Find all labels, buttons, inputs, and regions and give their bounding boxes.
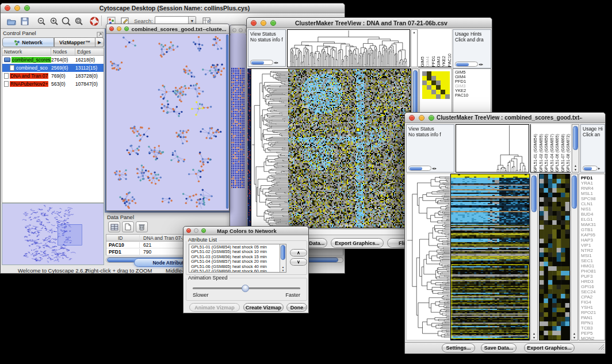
zoom-fit-button[interactable] (60, 15, 72, 27)
minimize-button[interactable] (239, 28, 243, 32)
maximize-button[interactable] (201, 228, 206, 233)
column-label[interactable]: GIM4 (425, 56, 430, 67)
header-nodes[interactable]: Nodes (51, 48, 75, 55)
export-graphics-button[interactable]: Export Graphics... (524, 343, 575, 352)
view-status-scrollbar[interactable]: ◂▸ (408, 166, 437, 171)
close-button[interactable] (109, 26, 114, 31)
minimize-button[interactable] (419, 115, 424, 121)
scroll-arrows[interactable]: ▴▾ (531, 332, 537, 340)
column-label[interactable]: PAC10 (447, 53, 452, 67)
scrollbar-thumb[interactable] (573, 126, 578, 150)
birdseye-view[interactable] (2, 203, 104, 265)
gene-label[interactable]: SEC1 (581, 258, 605, 263)
column-label[interactable]: PFD1 (431, 56, 435, 67)
gene-label[interactable]: NIS1 (581, 206, 605, 212)
minimize-button[interactable] (14, 5, 20, 11)
attribute-item[interactable]: GPL51-07 (GSM868) heat shock 60 min (191, 269, 286, 273)
gene-label[interactable]: FIG4 (581, 300, 605, 305)
column-dendrogram-panel[interactable] (287, 29, 410, 67)
speed-slider-thumb[interactable] (242, 285, 249, 292)
maximize-button[interactable] (24, 5, 30, 11)
gene-label[interactable]: RPO21 (581, 310, 605, 315)
column-dendrogram-panel[interactable] (456, 124, 529, 173)
save-session-button[interactable] (18, 15, 30, 27)
resize-grip[interactable] (303, 302, 308, 312)
gene-label[interactable]: MSI1 (581, 253, 605, 258)
column-label[interactable]: GPL51-07 (GSM868) (560, 134, 565, 172)
row-dendrogram-canvas[interactable] (251, 69, 288, 228)
close-button[interactable] (251, 20, 257, 26)
close-button[interactable] (186, 228, 191, 233)
gene-label[interactable]: HMG1 (581, 263, 605, 269)
scroll-arrows[interactable]: ▴▾ (571, 332, 577, 340)
gene-label[interactable]: PFD1 (581, 175, 605, 181)
scroll-left-icon[interactable]: ◂ (479, 62, 481, 67)
resize-grip[interactable] (598, 342, 605, 352)
gene-label[interactable]: MAK31 (581, 222, 605, 227)
open-session-button[interactable] (5, 15, 17, 27)
listbox-scrollbar[interactable]: ▴▾ (280, 244, 286, 272)
column-label[interactable]: GPL51-03 (GSM856) (544, 134, 549, 172)
network-row[interactable]: combined_scores 2764(0) 16218(0) (2, 56, 104, 64)
scrollbar-thumb[interactable] (531, 175, 537, 212)
heatmap-area[interactable] (251, 68, 411, 228)
cytoscape-titlebar[interactable]: Cytoscape Desktop (Session Name: collins… (1, 3, 345, 13)
maximize-button[interactable] (270, 20, 276, 26)
heatmap-vscrollbar[interactable]: ▴▾ (530, 174, 538, 340)
column-label[interactable]: GPL51-06 (GSM865) (554, 134, 560, 172)
scroll-left-icon[interactable]: ◂ (432, 166, 434, 171)
minimize-button[interactable] (117, 26, 121, 31)
row-label[interactable]: PAC10 (455, 93, 491, 98)
scroll-arrow-strip[interactable]: ▴ (411, 29, 418, 67)
gene-label[interactable]: CLN1 (581, 201, 605, 206)
column-labels-scrollbar[interactable]: ▴▾ (572, 124, 579, 173)
export-graphics-button[interactable]: Export Graphics... (331, 238, 384, 248)
column-label[interactable]: GIM3 (436, 56, 441, 67)
network-row[interactable]: RNAPuberNov2+ 563(0) 107847(0) (2, 80, 104, 88)
usage-hints-scrollbar[interactable]: ◂▸ (455, 62, 483, 67)
gene-list-scrollbar[interactable]: ▴▾ (571, 174, 578, 340)
gene-label[interactable]: GPI16 (581, 284, 605, 289)
minimize-button[interactable] (194, 228, 198, 233)
gene-label[interactable]: SEC24 (581, 289, 605, 294)
column-label[interactable]: GPL51-08 (GSM872) (565, 134, 571, 172)
minimize-button[interactable] (261, 20, 266, 26)
gene-label[interactable]: BUD4 (581, 212, 605, 217)
tab-network[interactable]: Network (2, 37, 54, 47)
column-dendrogram-canvas[interactable] (288, 30, 410, 67)
settings-button[interactable]: Settings... (442, 343, 475, 352)
id-header[interactable]: ID (106, 235, 140, 241)
gene-label[interactable]: ELG1 (581, 217, 605, 222)
close-button[interactable] (5, 5, 10, 11)
network-scrollbar[interactable] (226, 35, 228, 209)
tab-overflow-arrow[interactable]: ▶ (95, 37, 104, 47)
zoom-matrix-canvas[interactable] (422, 71, 450, 99)
gene-label[interactable]: KAP95 (581, 232, 605, 237)
row-dendrogram-canvas[interactable] (407, 174, 450, 340)
scroll-right-icon[interactable]: ▸ (481, 62, 484, 67)
header-network[interactable]: Network (2, 48, 51, 55)
column-label[interactable]: GPL51-04 (GSM857) (549, 134, 554, 172)
network-table-header[interactable]: Network Nodes Edges (2, 48, 104, 56)
gene-label[interactable]: GTB1 (581, 227, 605, 232)
select-attributes-button[interactable] (108, 221, 120, 232)
treeview1-titlebar[interactable]: ClusterMaker TreeView : DNA and Tran 07-… (247, 18, 492, 28)
birdseye-canvas[interactable] (2, 204, 104, 265)
treeview2-titlebar[interactable]: ClusterMaker TreeView : combined_scores_… (405, 113, 605, 123)
maximize-button[interactable] (124, 26, 129, 31)
move-up-button[interactable]: ∧ (290, 249, 307, 256)
gene-label[interactable]: NTR2 (581, 248, 605, 253)
close-button[interactable] (409, 115, 415, 121)
scroll-arrows[interactable]: ▴▾ (280, 265, 286, 272)
attribute-listbox[interactable]: GPL51-01 (GSM854) heat shock 05 minGPL51… (189, 244, 286, 273)
column-label[interactable]: YKE2 (441, 56, 446, 67)
column-label[interactable]: GPL51-02 (GSM855) (538, 134, 544, 172)
animate-vizmap-button[interactable]: Animate Vizmap (189, 303, 240, 312)
delete-attribute-button[interactable] (136, 221, 148, 232)
column-label[interactable]: GPL51-01 (GSM854) (533, 134, 538, 172)
help-button[interactable] (88, 15, 100, 27)
save-data-button[interactable]: Save Data... (481, 343, 517, 352)
network-row[interactable]: DNA and Tran 07 769(0) 183728(0) (2, 72, 104, 80)
scroll-right-icon[interactable]: ▸ (435, 166, 437, 171)
scrollbar-thumb[interactable] (572, 175, 577, 209)
